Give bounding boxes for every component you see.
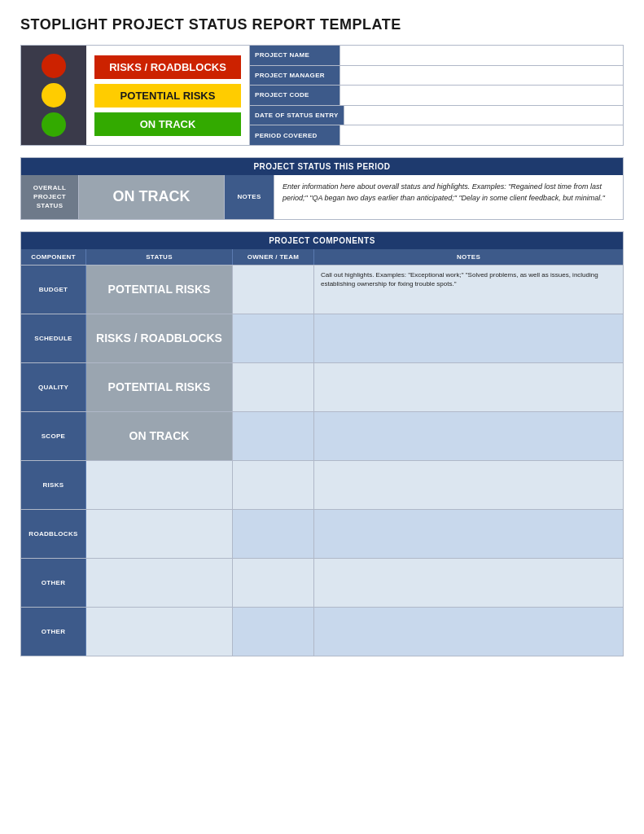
date-entry-value[interactable] [344,106,623,125]
project-name-row: PROJECT NAME [250,46,623,66]
comp-notes-scope[interactable] [314,412,623,460]
date-entry-label: DATE OF STATUS ENTRY [250,106,344,125]
page-title: STOPLIGHT PROJECT STATUS REPORT TEMPLATE [20,16,624,33]
date-entry-row: DATE OF STATUS ENTRY [250,106,623,126]
comp-label-roadblocks: ROADBLOCKS [21,510,86,558]
risks-roadblocks-label: RISKS / ROADBLOCKS [94,55,241,79]
project-info: PROJECT NAME PROJECT MANAGER PROJECT COD… [249,46,623,145]
stoplight-graphic [21,46,86,145]
on-track-label: ON TRACK [94,112,241,136]
comp-label-other1: OTHER [21,559,86,607]
comp-status-other1 [86,559,233,607]
comp-status-other2 [86,608,233,656]
table-row: OTHER [21,558,623,607]
comp-notes-budget[interactable]: Call out highlights. Examples: "Exceptio… [314,266,623,314]
legend-labels: RISKS / ROADBLOCKS POTENTIAL RISKS ON TR… [86,46,249,145]
overall-status-value: ON TRACK [78,175,225,219]
comp-owner-roadblocks[interactable] [233,510,314,558]
legend-section: RISKS / ROADBLOCKS POTENTIAL RISKS ON TR… [20,45,624,146]
period-covered-row: PERIOD COVERED [250,125,623,145]
overall-status-label: OVERALLPROJECTSTATUS [21,175,78,219]
comp-owner-scope[interactable] [233,412,314,460]
period-covered-label: PERIOD COVERED [250,125,340,145]
comp-status-scope: ON TRACK [86,412,233,460]
comp-notes-risks[interactable] [314,461,623,509]
green-light [42,112,66,137]
project-manager-row: PROJECT MANAGER [250,66,623,86]
table-row: SCOPE ON TRACK [21,411,623,460]
project-manager-value[interactable] [340,66,623,86]
comp-notes-schedule[interactable] [314,314,623,362]
project-name-value[interactable] [340,46,623,65]
comp-owner-schedule[interactable] [233,314,314,362]
components-section: PROJECT COMPONENTS COMPONENT STATUS OWNE… [20,231,624,656]
table-row: RISKS [21,460,623,509]
period-covered-value[interactable] [340,125,623,145]
project-code-label: PROJECT CODE [250,86,340,105]
comp-status-quality: POTENTIAL RISKS [86,363,233,411]
comp-notes-other2[interactable] [314,608,623,656]
status-section: PROJECT STATUS THIS PERIOD OVERALLPROJEC… [20,157,624,220]
table-row: OTHER [21,607,623,656]
project-code-row: PROJECT CODE [250,86,623,106]
table-row: BUDGET POTENTIAL RISKS Call out highligh… [21,265,623,314]
comp-label-scope: SCOPE [21,412,86,460]
comp-notes-quality[interactable] [314,363,623,411]
red-light [42,54,66,78]
table-row: SCHEDULE RISKS / ROADBLOCKS [21,314,623,362]
comp-owner-quality[interactable] [233,363,314,411]
comp-notes-other1[interactable] [314,559,623,607]
comp-owner-budget[interactable] [233,266,314,314]
comp-label-schedule: SCHEDULE [21,314,86,362]
project-manager-label: PROJECT MANAGER [250,66,340,86]
comp-status-risks [86,461,233,509]
comp-notes-roadblocks[interactable] [314,510,623,558]
comp-label-quality: QUALITY [21,363,86,411]
notes-label: NOTES [225,175,274,219]
project-name-label: PROJECT NAME [250,46,340,65]
comp-owner-other1[interactable] [233,559,314,607]
comp-status-budget: POTENTIAL RISKS [86,266,233,314]
comp-owner-risks[interactable] [233,461,314,509]
status-body: OVERALLPROJECTSTATUS ON TRACK NOTES Ente… [21,175,623,219]
components-col-headers: COMPONENT STATUS OWNER / TEAM NOTES [21,249,623,265]
comp-status-roadblocks [86,510,233,558]
status-section-header: PROJECT STATUS THIS PERIOD [21,158,623,175]
potential-risks-label: POTENTIAL RISKS [94,84,241,108]
col-header-status: STATUS [86,249,233,265]
notes-value[interactable]: Enter information here about overall sta… [274,175,623,219]
col-header-owner: OWNER / TEAM [233,249,314,265]
table-row: ROADBLOCKS [21,509,623,558]
col-header-notes: NOTES [314,249,623,265]
comp-owner-other2[interactable] [233,608,314,656]
comp-label-other2: OTHER [21,608,86,656]
comp-label-risks: RISKS [21,461,86,509]
comp-status-schedule: RISKS / ROADBLOCKS [86,314,233,362]
yellow-light [42,83,66,108]
project-code-value[interactable] [340,86,623,105]
comp-label-budget: BUDGET [21,266,86,314]
table-row: QUALITY POTENTIAL RISKS [21,362,623,411]
col-header-component: COMPONENT [21,249,86,265]
components-section-header: PROJECT COMPONENTS [21,232,623,249]
